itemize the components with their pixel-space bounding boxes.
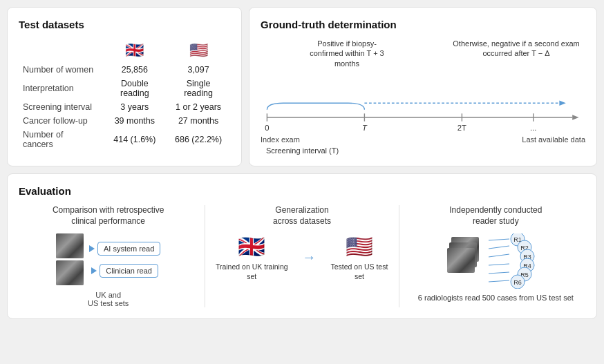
row-uk: Double reading	[103, 77, 167, 99]
gen-arrow: →	[302, 249, 316, 265]
row-label: Interpretation	[20, 77, 102, 99]
row-label: Screening interval	[20, 101, 102, 113]
uk-us-label: UK andUS test sets	[19, 291, 198, 307]
flag-row: 🇬🇧 🇺🇸	[20, 40, 229, 62]
last-data-label: Last available data	[522, 135, 585, 144]
index-exam-label: Index exam	[261, 135, 300, 144]
svg-line-14	[489, 254, 509, 257]
eval-section-reader: Independently conductedreader study	[406, 205, 585, 307]
row-uk: 414 (1.6%)	[103, 128, 167, 151]
clinician-box: Clinician read	[100, 264, 158, 278]
timeline-svg: 0 T 2T ...	[261, 97, 585, 138]
svg-line-12	[489, 239, 509, 240]
evaluation-card: Evaluation Comparison with retrospective…	[7, 173, 597, 319]
arrow-boxes: AI system read Clinician read	[89, 242, 160, 278]
reader-scans	[447, 237, 483, 285]
gen-diagram: 🇬🇧 Trained on UK training set → 🇺🇸 Teste…	[212, 233, 391, 281]
timeline-annotations: Positive if biopsy-confirmed within T + …	[261, 39, 585, 68]
row-uk: 3 years	[103, 101, 167, 113]
generalization-title: Generalizationacross datasets	[212, 205, 391, 227]
uk-gen-item: 🇬🇧 Trained on UK training set	[212, 233, 291, 281]
reader-title: Independently conductedreader study	[406, 205, 585, 227]
row-uk: 39 months	[103, 115, 167, 127]
row-label: Number of women	[20, 64, 102, 76]
row-label: Number of cancers	[20, 128, 102, 151]
clinician-arrow-row: Clinician read	[91, 264, 158, 278]
ground-truth-title: Ground-truth determination	[261, 19, 585, 30]
svg-text:R6: R6	[514, 279, 522, 286]
row-us: 27 months	[168, 115, 229, 127]
svg-text:T: T	[362, 124, 368, 132]
eval-section-generalization: Generalizationacross datasets 🇬🇧 Trained…	[212, 205, 391, 307]
us-gen-flag: 🇺🇸	[327, 233, 391, 260]
evaluation-content: Evaluation Comparison with retrospective…	[19, 185, 585, 307]
timeline-container: Positive if biopsy-confirmed within T + …	[261, 39, 585, 155]
trained-label: Trained on UK training set	[212, 262, 291, 281]
biopsy-label: Positive if biopsy-confirmed within T + …	[302, 39, 392, 68]
row-us: Single reading	[168, 77, 229, 99]
scan-image-bottom	[56, 260, 84, 285]
svg-line-17	[489, 280, 509, 282]
datasets-row: Cancer follow-up 39 months 27 months	[20, 115, 229, 127]
second-exam-label: Otherwise, negative if a second exam occ…	[447, 39, 585, 59]
divider-2	[399, 205, 399, 307]
test-datasets-title: Test datasets	[19, 19, 230, 30]
screening-interval-label: Screening interval (T)	[266, 146, 585, 155]
ai-diagram: AI system read Clinician read	[19, 233, 198, 285]
row-us: 686 (22.2%)	[168, 128, 229, 151]
svg-line-13	[489, 246, 509, 249]
uk-flag: 🇬🇧	[125, 41, 144, 59]
svg-marker-1	[572, 115, 578, 120]
datasets-row: Screening interval 3 years 1 or 2 years	[20, 101, 229, 113]
svg-line-15	[489, 264, 509, 265]
evaluation-title: Evaluation	[19, 185, 585, 197]
uk-gen-flag: 🇬🇧	[212, 233, 291, 260]
ground-truth-card: Ground-truth determination Positive if b…	[249, 7, 597, 166]
scan-images	[56, 233, 84, 285]
scan-image-top	[56, 233, 84, 258]
row-us: 1 or 2 years	[168, 101, 229, 113]
ai-arrow-row: AI system read	[89, 242, 160, 256]
tested-label: Tested on US test set	[327, 262, 391, 281]
svg-text:0: 0	[265, 124, 269, 132]
reader-scan-3	[447, 248, 475, 273]
us-gen-item: 🇺🇸 Tested on US test set	[327, 233, 391, 281]
datasets-row: Number of women 25,856 3,097	[20, 64, 229, 76]
ai-system-box: AI system read	[97, 242, 160, 256]
comparison-title: Comparison with retrospectiveclinical pe…	[19, 205, 198, 227]
svg-text:2T: 2T	[457, 124, 466, 132]
reader-bottom-label: 6 radiologists read 500 cases from US te…	[406, 293, 585, 303]
divider-1	[205, 205, 205, 307]
svg-line-16	[489, 272, 509, 274]
svg-text:...: ...	[530, 124, 536, 132]
row-uk: 25,856	[103, 64, 167, 76]
ai-arrow	[89, 245, 95, 252]
eval-sections: Comparison with retrospectiveclinical pe…	[19, 205, 585, 307]
datasets-row: Number of cancers 414 (1.6%) 686 (22.2%)	[20, 128, 229, 151]
clinician-arrow	[91, 267, 97, 274]
row-label: Cancer follow-up	[20, 115, 102, 127]
datasets-table: 🇬🇧 🇺🇸 Number of women 25,856 3,097 Inter…	[19, 39, 230, 152]
us-flag: 🇺🇸	[189, 41, 208, 59]
test-datasets-card: Test datasets 🇬🇧 🇺🇸 Number of women 25,8…	[7, 7, 242, 166]
eval-section-comparison: Comparison with retrospectiveclinical pe…	[19, 205, 198, 307]
datasets-row: Interpretation Double reading Single rea…	[20, 77, 229, 99]
svg-marker-11	[559, 101, 565, 106]
reader-lines-svg: R1 R2 R3 R4 R5 R6	[489, 233, 544, 289]
row-us: 3,097	[168, 64, 229, 76]
reader-diagram: R1 R2 R3 R4 R5 R6	[406, 233, 585, 289]
